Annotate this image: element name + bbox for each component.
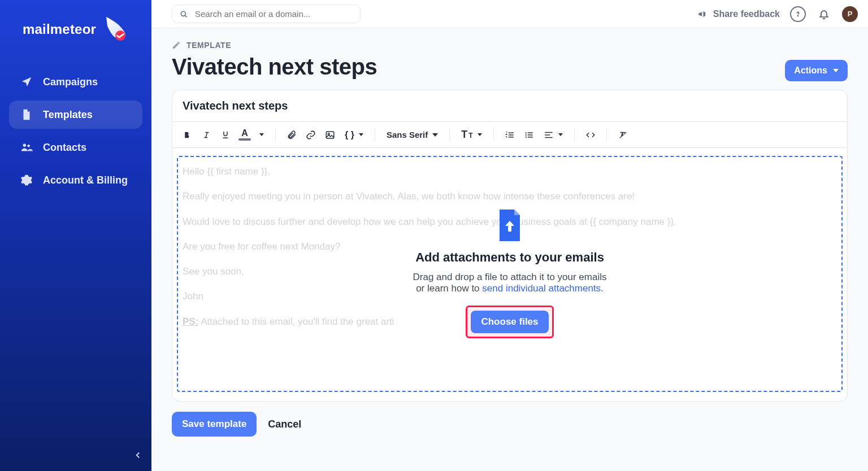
font-family-select[interactable]: Sans Serif: [383, 128, 441, 142]
search-icon: [179, 10, 188, 19]
image-button[interactable]: [322, 127, 338, 143]
app-root: mailmeteor: [0, 0, 868, 471]
ordered-list-icon: [505, 130, 515, 140]
breadcrumb-label: TEMPLATE: [186, 41, 231, 50]
clear-format-button[interactable]: [615, 127, 631, 143]
brand-name: mailmeteor: [23, 21, 96, 37]
attachment-dropzone[interactable]: Hello {{ first name }}, Really enjoyed m…: [177, 156, 843, 392]
divider: [606, 129, 607, 141]
template-editor-card: Vivatech next steps A: [172, 90, 848, 402]
font-family-label: Sans Serif: [387, 130, 428, 139]
subject-value: Vivatech next steps: [183, 99, 288, 112]
dropzone-title: Add attachments to your emails: [415, 250, 604, 265]
svg-point-1: [23, 144, 27, 147]
caret-down-icon: [359, 133, 363, 136]
question-icon: [794, 10, 802, 18]
sidebar-nav: Campaigns Templates Contacts Account & B…: [0, 53, 151, 209]
code-view-button[interactable]: [583, 127, 598, 143]
page-header: Vivatech next steps Actions: [172, 51, 848, 90]
link-button[interactable]: [303, 127, 319, 143]
subject-input[interactable]: Vivatech next steps: [172, 90, 847, 122]
font-size-icon: TT: [461, 129, 472, 141]
line2-prefix: or learn how to: [416, 283, 482, 294]
avatar[interactable]: P: [842, 6, 858, 22]
megaphone-icon: [697, 9, 708, 19]
sidebar-item-account-billing[interactable]: Account & Billing: [9, 166, 142, 194]
svg-point-9: [525, 136, 526, 137]
sidebar-collapse-toggle[interactable]: [130, 447, 146, 463]
align-left-icon: [544, 130, 554, 140]
align-menu[interactable]: [540, 128, 566, 142]
bell-icon: [818, 8, 830, 20]
divider: [449, 129, 450, 141]
italic-button[interactable]: [198, 127, 214, 143]
divider: [375, 129, 375, 141]
group-insert: { }: [284, 127, 367, 143]
share-feedback-button[interactable]: Share feedback: [697, 9, 780, 19]
group-text-style: A: [179, 127, 267, 143]
upload-file-icon: [496, 210, 523, 241]
search-input-wrap[interactable]: [172, 5, 361, 23]
bullet-list-button[interactable]: [521, 127, 537, 143]
brand: mailmeteor: [0, 0, 151, 53]
dropzone-line2: or learn how to send individual attachme…: [413, 283, 606, 294]
caret-down-icon: [558, 133, 563, 136]
choose-files-highlight: Choose files: [466, 306, 553, 338]
actions-label: Actions: [794, 66, 827, 76]
topbar: Share feedback P: [151, 0, 868, 28]
help-button[interactable]: [790, 6, 806, 22]
avatar-initial: P: [848, 10, 853, 18]
attach-button[interactable]: [284, 127, 300, 143]
sidebar-item-contacts[interactable]: Contacts: [9, 133, 142, 162]
line2-suffix: .: [601, 283, 604, 294]
caret-down-icon: [432, 133, 438, 137]
sidebar-item-label: Account & Billing: [43, 175, 128, 186]
code-icon: [585, 130, 596, 140]
svg-point-3: [181, 11, 185, 16]
bullet-list-icon: [524, 130, 534, 140]
ordered-list-button[interactable]: [502, 127, 518, 143]
caret-down-icon: [259, 133, 264, 136]
bold-button[interactable]: [179, 127, 195, 143]
page-footer: Save template Cancel: [172, 412, 848, 437]
notifications-button[interactable]: [816, 6, 832, 22]
group-lists-align: [502, 127, 566, 143]
sidebar: mailmeteor: [0, 0, 151, 471]
sidebar-item-templates[interactable]: Templates: [9, 101, 142, 129]
variables-menu[interactable]: { }: [341, 128, 367, 142]
sidebar-item-label: Contacts: [43, 142, 86, 154]
svg-point-2: [27, 145, 30, 147]
font-size-select[interactable]: TT: [458, 127, 485, 143]
people-icon: [20, 141, 33, 154]
image-icon: [325, 130, 335, 140]
breadcrumb: TEMPLATE: [172, 41, 848, 50]
cancel-button[interactable]: Cancel: [268, 418, 301, 430]
send-individual-attachments-link[interactable]: send individual attachments: [482, 283, 601, 294]
dropzone-subtext: Drag and drop a file to attach it to you…: [413, 272, 606, 294]
svg-point-4: [797, 15, 798, 16]
choose-files-button[interactable]: Choose files: [471, 311, 548, 333]
svg-point-7: [525, 132, 526, 133]
meteor-icon: [102, 16, 129, 43]
search-input[interactable]: [194, 8, 353, 19]
group-size: TT: [458, 127, 485, 143]
sidebar-item-campaigns[interactable]: Campaigns: [9, 68, 142, 96]
text-color-button[interactable]: A: [237, 127, 253, 143]
svg-rect-5: [326, 132, 334, 138]
group-clear: [615, 127, 631, 143]
link-icon: [306, 130, 316, 140]
save-template-button[interactable]: Save template: [172, 412, 257, 437]
feedback-label: Share feedback: [713, 9, 780, 19]
actions-menu-button[interactable]: Actions: [785, 60, 848, 81]
gear-icon: [20, 174, 33, 186]
send-icon: [20, 76, 33, 88]
divider: [493, 129, 494, 141]
divider: [574, 129, 575, 141]
dropzone-overlay: Add attachments to your emails Drag and …: [178, 157, 841, 391]
group-font: Sans Serif: [383, 128, 441, 142]
text-color-menu[interactable]: [256, 131, 267, 138]
underline-button[interactable]: [218, 127, 233, 143]
editor-toolbar: A { }: [172, 122, 847, 148]
sidebar-item-label: Templates: [43, 109, 93, 121]
svg-point-8: [525, 134, 526, 135]
